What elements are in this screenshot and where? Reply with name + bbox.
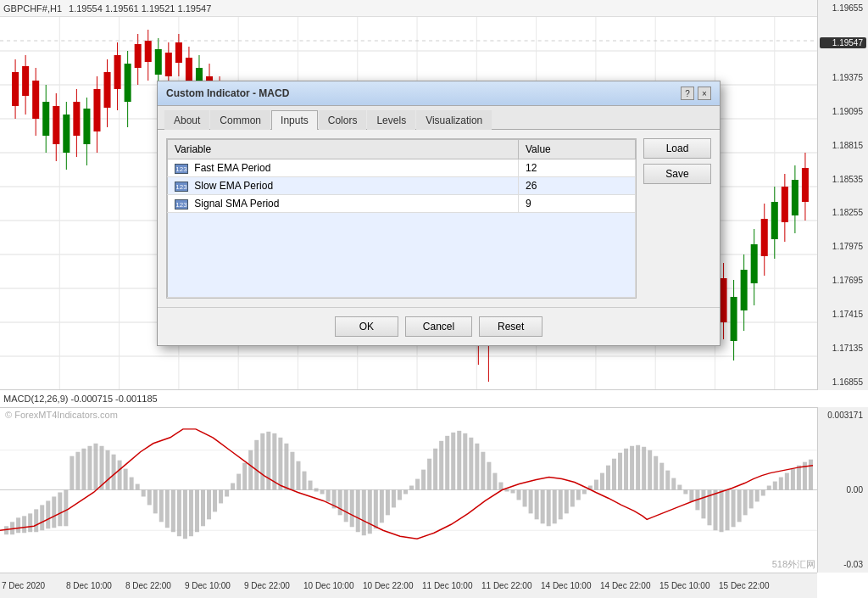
svg-rect-128 [58, 492, 62, 526]
side-buttons: Load Save [637, 138, 711, 299]
svg-rect-201 [492, 473, 497, 490]
dialog-controls: ? × [681, 87, 711, 100]
var-fast-ema-label: Fast EMA Period [194, 162, 270, 174]
svg-rect-223 [624, 449, 628, 490]
val-signal-sma[interactable]: 9 [518, 195, 635, 213]
svg-rect-96 [741, 270, 748, 310]
svg-rect-106 [792, 180, 798, 215]
svg-rect-206 [523, 490, 527, 507]
dialog-close-button[interactable]: × [698, 87, 711, 100]
svg-rect-125 [40, 505, 44, 530]
svg-rect-214 [570, 490, 575, 507]
svg-rect-193 [445, 436, 449, 490]
save-button[interactable]: Save [643, 164, 711, 184]
svg-rect-246 [761, 490, 765, 496]
svg-rect-205 [517, 490, 521, 500]
svg-rect-156 [225, 490, 229, 497]
tab-inputs[interactable]: Inputs [271, 110, 318, 130]
svg-rect-144 [153, 490, 158, 514]
svg-rect-222 [618, 453, 622, 490]
svg-rect-152 [201, 490, 205, 527]
time-label-6: 10 Dec 22:00 [363, 581, 414, 590]
svg-rect-163 [266, 432, 270, 490]
svg-rect-243 [743, 490, 748, 516]
svg-rect-108 [802, 168, 809, 202]
svg-rect-133 [87, 446, 92, 490]
svg-rect-154 [213, 490, 217, 512]
svg-rect-153 [207, 490, 211, 520]
price-label-0: 1.19655 [820, 3, 866, 13]
val-fast-ema[interactable]: 12 [518, 159, 635, 177]
var-signal-sma-label: Signal SMA Period [194, 198, 279, 210]
svg-rect-168 [296, 461, 300, 490]
price-label-2: 1.19095 [820, 107, 866, 116]
tab-visualization[interactable]: Visualization [416, 110, 492, 130]
svg-rect-191 [433, 449, 437, 490]
svg-rect-166 [284, 444, 288, 490]
time-label-4: 9 Dec 22:00 [244, 581, 290, 590]
time-label-10: 14 Dec 22:00 [600, 581, 651, 590]
svg-rect-233 [683, 490, 687, 495]
svg-rect-252 [797, 466, 801, 490]
reset-button[interactable]: Reset [479, 316, 542, 337]
svg-rect-198 [475, 444, 479, 490]
content-row: Variable Value 123 Fast EMA Period [166, 138, 711, 299]
row-icon-2: 123 [175, 199, 188, 210]
svg-rect-202 [498, 483, 503, 490]
svg-rect-46 [125, 64, 131, 102]
svg-rect-250 [785, 473, 789, 490]
ticker-prices: 1.19554 1.19561 1.19521 1.19547 [69, 3, 211, 14]
svg-rect-36 [73, 102, 80, 136]
tab-levels[interactable]: Levels [367, 110, 415, 130]
svg-rect-48 [135, 44, 142, 68]
svg-rect-138 [118, 461, 122, 490]
svg-rect-102 [771, 202, 778, 239]
svg-rect-92 [721, 278, 727, 322]
val-slow-ema[interactable]: 26 [518, 177, 635, 195]
svg-rect-234 [689, 490, 693, 502]
svg-rect-245 [755, 490, 760, 502]
svg-rect-230 [665, 471, 670, 490]
svg-rect-142 [142, 490, 146, 497]
price-label-7: 1.17695 [820, 276, 866, 285]
tab-common[interactable]: Common [210, 110, 270, 130]
svg-rect-240 [726, 490, 730, 531]
svg-rect-149 [183, 490, 187, 539]
svg-rect-38 [83, 109, 90, 144]
svg-rect-228 [654, 456, 658, 490]
svg-rect-215 [576, 490, 581, 500]
cancel-button[interactable]: Cancel [405, 316, 472, 337]
svg-rect-254 [809, 460, 813, 490]
price-label-10: 1.16855 [820, 377, 866, 387]
svg-rect-173 [326, 490, 331, 502]
ticker-symbol: GBPCHF#,H1 [3, 3, 62, 14]
svg-rect-121 [16, 517, 20, 533]
svg-rect-185 [398, 490, 402, 500]
time-label-3: 9 Dec 10:00 [185, 581, 231, 590]
svg-rect-204 [511, 490, 515, 494]
price-label-highlight: 1.19547 [820, 37, 866, 48]
svg-rect-147 [171, 490, 175, 533]
svg-rect-30 [42, 102, 49, 136]
svg-rect-122 [22, 516, 26, 533]
dialog-help-button[interactable]: ? [681, 87, 694, 100]
ticker-bar: GBPCHF#,H1 1.19554 1.19561 1.19521 1.195… [0, 0, 817, 17]
svg-rect-232 [677, 485, 682, 490]
macd-label-zero: 0.00 [820, 485, 866, 495]
svg-rect-248 [773, 482, 777, 490]
brand-518: 518外汇网 [772, 558, 815, 571]
svg-rect-176 [344, 490, 348, 523]
time-label-2: 8 Dec 22:00 [125, 581, 171, 590]
load-button[interactable]: Load [643, 138, 711, 159]
tab-about[interactable]: About [164, 110, 209, 130]
macd-label-top: 0.003171 [820, 411, 866, 420]
row-icon-1: 123 [175, 182, 188, 192]
svg-rect-181 [374, 490, 378, 529]
tab-colors[interactable]: Colors [319, 110, 367, 130]
table-row: 123 Slow EMA Period 26 [168, 177, 636, 195]
time-label-12: 15 Dec 22:00 [719, 581, 770, 590]
dialog-footer: OK Cancel Reset [158, 307, 720, 345]
svg-rect-172 [320, 490, 325, 495]
svg-rect-225 [636, 445, 640, 490]
ok-button[interactable]: OK [335, 316, 398, 337]
